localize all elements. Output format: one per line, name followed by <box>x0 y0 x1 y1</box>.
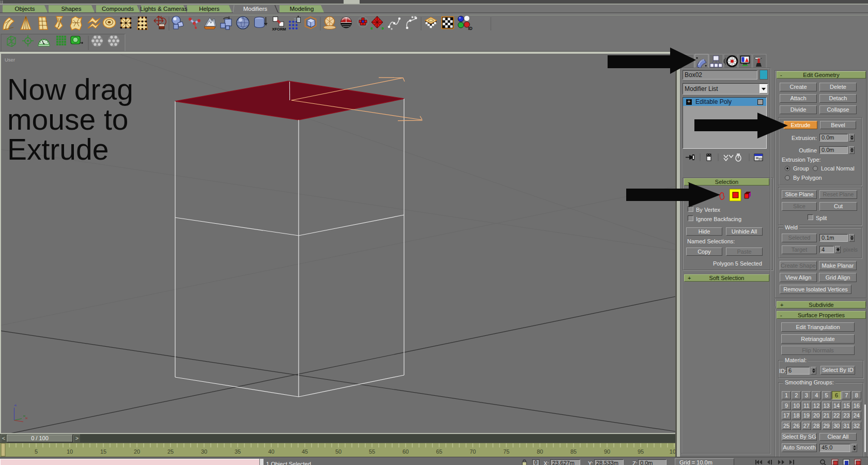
svg-text:25: 25 <box>167 448 174 455</box>
svg-text:95: 95 <box>638 448 644 455</box>
svg-text:40: 40 <box>268 448 274 455</box>
svg-text:65: 65 <box>436 448 442 455</box>
svg-text:ID: ID <box>468 26 473 31</box>
svg-text:50: 50 <box>335 448 342 455</box>
svg-text:15: 15 <box>100 448 106 455</box>
svg-text:Modifiers: Modifiers <box>243 6 268 12</box>
svg-text:XFORM: XFORM <box>272 27 286 32</box>
svg-text:Modeling: Modeling <box>290 6 314 12</box>
svg-text:85: 85 <box>570 448 577 455</box>
svg-text:Compounds: Compounds <box>102 6 134 12</box>
svg-text:20: 20 <box>134 448 140 455</box>
svg-text:Lights & Cameras: Lights & Cameras <box>140 6 188 12</box>
svg-text:Objects: Objects <box>15 6 35 12</box>
svg-text:5: 5 <box>35 448 38 455</box>
svg-text:Shapes: Shapes <box>61 6 81 12</box>
svg-text:75: 75 <box>503 448 509 455</box>
svg-text:35: 35 <box>235 448 241 455</box>
svg-text:60: 60 <box>402 448 409 455</box>
svg-text:55: 55 <box>369 448 375 455</box>
svg-text:45: 45 <box>302 448 308 455</box>
svg-text:User: User <box>5 57 15 63</box>
svg-text:80: 80 <box>537 448 543 455</box>
svg-text:100: 100 <box>670 448 675 455</box>
svg-text:30: 30 <box>201 448 207 455</box>
svg-text:Helpers: Helpers <box>199 6 220 12</box>
svg-text:70: 70 <box>470 448 476 455</box>
svg-text:10: 10 <box>67 448 73 455</box>
svg-text:90: 90 <box>604 448 610 455</box>
